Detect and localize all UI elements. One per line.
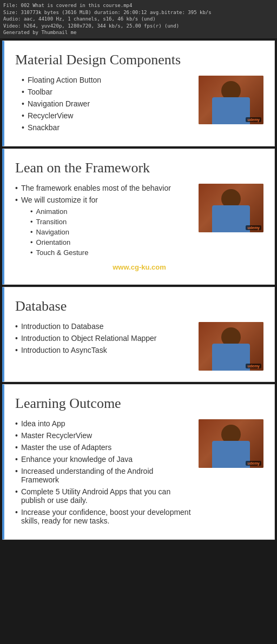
slide-3-title: Database	[15, 298, 263, 314]
person-body	[212, 205, 250, 232]
udemy-badge: udemy	[246, 364, 261, 368]
udemy-badge: udemy	[246, 461, 261, 466]
slide-2-bullet-1: The framework enables most of the behavi…	[15, 184, 193, 192]
slide-2-bullet-2: We will customize it for	[15, 196, 193, 204]
slide-4-bullet-4: Enhance your knowledge of Java	[15, 455, 193, 464]
slide-4-bullet-5: Increased understanding of the Android F…	[15, 467, 193, 484]
sub-item: Animation	[15, 207, 193, 216]
slide-4-bullet-7: Increase your confidence, boost your dev…	[15, 508, 193, 525]
list-item: RecyclerView	[15, 111, 193, 120]
slide-2-content: The framework enables most of the behavi…	[15, 184, 263, 259]
topbar-line4: Video: h264, yuv420p, 1280x720, 344 kb/s…	[3, 23, 274, 30]
list-item: Snackbar	[15, 123, 193, 132]
slide-2: Lean on the Framework The framework enab…	[2, 149, 275, 285]
slide-3-thumbnail: udemy	[199, 322, 263, 371]
list-item: Toolbar	[15, 88, 193, 96]
slide-3-text: Introduction to Database Introduction to…	[15, 322, 199, 358]
slide-4: Learning Outcome Idea into App Master Re…	[2, 384, 275, 540]
person-body	[212, 97, 250, 124]
slide-2-text: The framework enables most of the behavi…	[15, 184, 199, 259]
slide-3-bullet-2: Introduction to Object Relational Mapper	[15, 334, 193, 343]
sub-item: Transition	[15, 218, 193, 226]
watermark: www.cg-ku.com	[15, 263, 263, 271]
slide-2-title: Lean on the Framework	[15, 160, 263, 176]
top-bar: File: 002 What is covered in this course…	[0, 0, 277, 38]
topbar-line1: File: 002 What is covered in this course…	[3, 2, 274, 9]
sub-item: Navigation	[15, 228, 193, 236]
slide-3-bullet-1: Introduction to Database	[15, 322, 193, 331]
slide-1: Material Design Components Floating Acti…	[2, 41, 275, 146]
slide-3: Database Introduction to Database Introd…	[2, 287, 275, 382]
slide-4-bullet-2: Master RecyclerView	[15, 431, 193, 440]
topbar-line5: Generated by Thumbnail me	[3, 29, 274, 36]
slide-4-title: Learning Outcome	[15, 395, 263, 412]
sub-item: Orientation	[15, 238, 193, 246]
topbar-line3: Audio: aac, 44100 Hz, 1 channels, s16, 4…	[3, 16, 274, 23]
slide-4-bullet-3: Master the use of Adapters	[15, 443, 193, 452]
slide-4-thumbnail: udemy	[199, 419, 263, 468]
slide-4-text: Idea into App Master RecyclerView Master…	[15, 419, 199, 528]
slide-4-content: Idea into App Master RecyclerView Master…	[15, 419, 263, 528]
person-body	[212, 344, 250, 371]
list-item: Floating Action Button	[15, 76, 193, 84]
slide-1-thumbnail: udemy	[199, 76, 263, 124]
sub-item: Touch & Gesture	[15, 249, 193, 257]
slide-3-bullet-3: Introduction to AsyncTask	[15, 346, 193, 354]
slide-3-content: Introduction to Database Introduction to…	[15, 322, 263, 371]
person-body	[212, 441, 250, 468]
udemy-badge: udemy	[246, 225, 261, 230]
topbar-line2: Size: 310773k bytes (3616 MiB) duration:…	[3, 9, 274, 16]
slide-4-bullet-1: Idea into App	[15, 419, 193, 428]
slide-4-bullet-6: Complete 5 Utility Android Apps that you…	[15, 487, 193, 505]
slide-2-thumbnail: udemy	[199, 184, 263, 232]
slide-1-list: Floating Action Button Toolbar Navigatio…	[15, 76, 193, 132]
slide-1-text: Floating Action Button Toolbar Navigatio…	[15, 76, 199, 135]
udemy-badge: udemy	[246, 117, 261, 122]
slide-1-content: Floating Action Button Toolbar Navigatio…	[15, 76, 263, 135]
list-item: Navigation Drawer	[15, 99, 193, 108]
slide-1-title: Material Design Components	[15, 52, 263, 68]
